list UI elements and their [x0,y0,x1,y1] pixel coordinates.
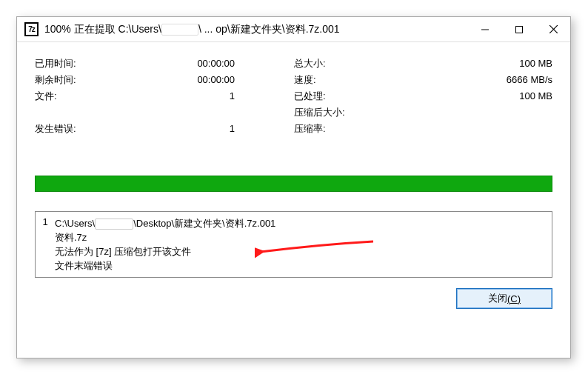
close-window-button[interactable] [536,17,570,41]
minimize-button[interactable] [468,17,502,41]
title-prefix: 100% 正在提取 C:\Users\ [44,23,161,35]
message-list[interactable]: 1 C:\Users\\Desktop\新建文件夹\资料.7z.001 资料.7… [35,211,552,278]
maximize-button[interactable] [502,17,536,41]
window-title: 100% 正在提取 C:\Users\\ ... op\新建文件夹\资料.7z.… [44,23,340,36]
path-prefix: C:\Users\ [55,218,95,229]
close-button[interactable]: 关闭(C) [456,288,552,309]
redacted-username [161,24,198,36]
title-suffix: \ ... op\新建文件夹\资料.7z.001 [198,23,340,35]
svg-rect-1 [516,26,523,33]
packed-size-label: 压缩后大小: [294,104,375,121]
progress-bar [35,176,552,192]
files-label: 文件: [35,88,109,104]
window-controls [468,17,570,41]
ratio-label: 压缩率: [294,121,375,137]
redacted-username-2 [95,218,133,230]
packed-size-value [375,104,552,121]
content-area: 已用时间: 00:00:00 总大小: 100 MB 剩余时间: 00:00:0… [17,42,570,321]
processed-label: 已处理: [294,88,375,104]
ratio-value [375,121,552,137]
list-index: 1 [36,212,55,277]
error-message-1: 无法作为 [7z] 压缩包打开该文件 [55,244,546,258]
speed-value: 6666 MB/s [375,72,552,88]
dialog-window: 7z 100% 正在提取 C:\Users\\ ... op\新建文件夹\资料.… [16,16,571,358]
titlebar: 7z 100% 正在提取 C:\Users\\ ... op\新建文件夹\资料.… [17,17,570,42]
path-suffix: \Desktop\新建文件夹\资料.7z.001 [133,218,275,229]
title-area: 7z 100% 正在提取 C:\Users\\ ... op\新建文件夹\资料.… [17,22,468,36]
errors-label: 发生错误: [35,121,109,137]
elapsed-value: 00:00:00 [109,56,235,72]
total-size-value: 100 MB [375,56,552,72]
close-icon [549,25,558,33]
speed-label: 速度: [294,72,375,88]
errors-value: 1 [109,121,235,137]
button-row: 关闭(C) [35,288,552,309]
files-value: 1 [109,88,235,104]
error-message-2: 文件末端错误 [55,258,546,273]
processed-value: 100 MB [375,88,552,104]
close-button-accel: (C) [507,293,521,304]
maximize-icon [515,26,523,33]
error-archive-name: 资料.7z [55,230,546,244]
total-size-label: 总大小: [294,56,375,72]
stats-grid: 已用时间: 00:00:00 总大小: 100 MB 剩余时间: 00:00:0… [35,56,552,137]
remaining-label: 剩余时间: [35,72,109,88]
app-icon-7z: 7z [24,22,39,36]
error-file-path: C:\Users\\Desktop\新建文件夹\资料.7z.001 [55,216,546,230]
list-body: C:\Users\\Desktop\新建文件夹\资料.7z.001 资料.7z … [55,212,552,277]
close-button-label: 关闭 [488,292,507,305]
elapsed-label: 已用时间: [35,56,109,72]
remaining-value: 00:00:00 [109,72,235,88]
minimize-icon [481,26,489,33]
progress-area [35,176,552,192]
